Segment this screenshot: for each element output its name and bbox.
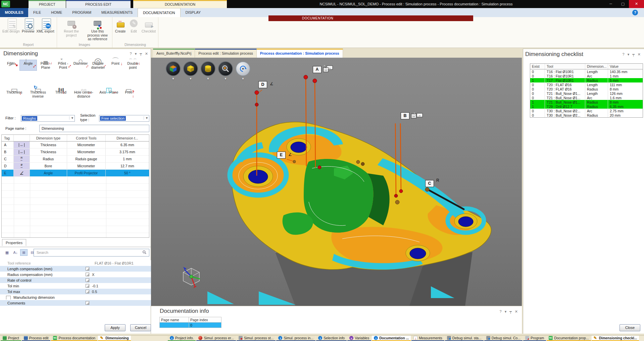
ribbon-tab[interactable]: DISPLAY [181, 8, 206, 17]
maximize-button[interactable]: ▢ [617, 0, 629, 8]
dimension-label-E[interactable]: E [277, 152, 286, 159]
dimension-tool-button[interactable]: Thickness [5, 89, 24, 100]
dimension-tool-button[interactable]: Point [107, 60, 124, 71]
chevron-down-icon[interactable]: ▼ [166, 77, 181, 80]
categorize-icon[interactable]: ▦ [3, 249, 11, 256]
taskbar-item[interactable]: Debug simul. Co... [484, 336, 523, 341]
close-button[interactable]: ✕ [629, 0, 644, 8]
search-input[interactable]: Search [34, 249, 149, 257]
taskbar-item[interactable]: Measurements [411, 336, 444, 341]
ribbon-button[interactable]: Create [114, 18, 127, 42]
dimension-tool-button[interactable]: Double diameter [89, 60, 107, 71]
ribbon-tab[interactable]: DOCUMENTATION [138, 8, 181, 17]
taskbar-item[interactable]: Process edit [22, 336, 51, 341]
close-panel-button[interactable]: Close [620, 324, 640, 331]
tab-properties[interactable]: Properties [2, 239, 26, 246]
checklist-row[interactable]: 0 T20 : FLAT Ø16 Length 111 mm [530, 82, 643, 87]
ribbon-tab[interactable]: FILE [28, 8, 46, 17]
help-icon[interactable]: ? [632, 10, 638, 15]
ribbon-button[interactable]: Use this process view as reference [85, 18, 111, 42]
zoom-button[interactable] [218, 61, 233, 76]
checklist-row[interactable]: 0 T30 : Bull_Nose Ø2... Arc 2.75 mm [530, 109, 643, 113]
dimension-tool-button[interactable]: Free [120, 89, 137, 100]
filter-dropdown[interactable]: Roughs ▼ [21, 115, 75, 122]
checklist-row[interactable]: 0 T16 : Flat Ø10R1 Arc 1 mm [530, 74, 643, 78]
checklist-row[interactable]: 1 T17 : Flat Ø10R1 Radius 5 mm [530, 78, 643, 82]
dimension-table-row[interactable]: A ↔ Thickness Micrometer 6.35 mm [2, 141, 149, 149]
ribbon-button[interactable]: Reset the project [58, 18, 85, 42]
taskbar-item[interactable]: Process documentation [51, 336, 97, 341]
dimension-table-row[interactable]: D Bore Micrometer 12.7 mm [2, 163, 149, 170]
ribbon-button[interactable]: Edit design [1, 18, 21, 42]
checklist-row[interactable]: 1 T29 : Drill Ø12.7 Radius 6.35 mm [530, 104, 643, 109]
dimension-tool-button[interactable]: Axis - Plane [98, 89, 120, 100]
property-row[interactable]: Manufacturing dimension [0, 294, 151, 300]
taskbar-item[interactable]: Documentation prop... [547, 336, 591, 341]
page-name-input[interactable]: Dimensioning [39, 125, 149, 132]
property-row[interactable]: Tol max 0.5 [0, 289, 151, 294]
taskbar-item[interactable]: Selection info [316, 336, 347, 341]
ribbon-tab[interactable]: HOME [46, 8, 67, 17]
mode-tab-documentation[interactable]: DOCUMENTATION [133, 0, 227, 8]
dimension-tool-button[interactable]: Diameter [72, 60, 89, 71]
property-row[interactable]: Radius compensation (mm) X [0, 272, 151, 277]
checklist-row[interactable]: 0 T20 : FLAT Ø16 Radius 8 mm [530, 87, 643, 91]
property-row[interactable]: Comments [0, 300, 151, 306]
mode-tab-project[interactable]: PROJECT [29, 0, 66, 8]
property-row[interactable]: Length compensation (mm) [0, 266, 151, 272]
dimension-tool-button[interactable]: Hole centre-distance [69, 89, 98, 100]
property-row[interactable]: Tol min -0.1 [0, 283, 151, 289]
page-name-cell[interactable] [159, 323, 189, 328]
document-tab[interactable]: Process documentation : Simulation proce… [257, 49, 343, 58]
checklist-row[interactable]: 0 T30 : Bull_Nose Ø2... Radius 20 mm [530, 113, 643, 117]
taskbar-item[interactable]: Debug simul. sta... [445, 336, 484, 341]
view-orientation-button[interactable] [166, 61, 181, 76]
panel-pin-icon[interactable]: ┯ [140, 52, 142, 56]
panel-pin-icon[interactable]: ┯ [632, 52, 635, 57]
checklist-row[interactable]: 0 T21 : Bull_Nose Ø1... Arc 1.6 mm [530, 96, 643, 100]
panel-help-icon[interactable]: ? [623, 52, 625, 57]
ribbon-button[interactable]: Edit [127, 18, 141, 42]
taskbar-item[interactable]: Simul. process st... [237, 336, 276, 341]
dimension-tool-button[interactable]: Angle [19, 60, 37, 71]
ribbon-button[interactable]: Checklist [141, 18, 157, 42]
taskbar-item[interactable]: Project info. [168, 336, 196, 341]
panel-help-icon[interactable]: ? [130, 52, 132, 56]
taskbar-item[interactable]: Simul. process er... [196, 336, 236, 341]
dimension-label-B[interactable]: B [401, 112, 409, 119]
panel-pin-icon[interactable]: ┯ [509, 309, 512, 314]
rotate-view-button[interactable] [236, 61, 250, 76]
3d-viewport[interactable]: ↔ ↔ [151, 58, 522, 306]
chevron-down-icon[interactable]: ▼ [218, 77, 233, 80]
panel-close-icon[interactable]: ✕ [638, 52, 641, 57]
panel-help-icon[interactable]: ? [500, 309, 502, 314]
dimension-label-A[interactable]: A [313, 66, 321, 73]
taskbar-item[interactable]: Project [1, 336, 21, 341]
ribbon-tab[interactable]: MEASUREMENTS [96, 8, 138, 17]
panel-menu-icon[interactable]: ▾ [135, 52, 137, 56]
panel-menu-icon[interactable]: ▾ [628, 52, 630, 57]
dimension-tool-button[interactable]: Point - Point [54, 60, 72, 71]
dimension-tool-button[interactable]: Thickness inverse [24, 89, 52, 100]
dimension-label-D[interactable]: D [258, 81, 267, 88]
property-row[interactable]: Rate of control [0, 277, 151, 283]
apply-button[interactable]: Apply [105, 324, 126, 331]
taskbar-item[interactable]: Dimensioning [98, 336, 131, 341]
document-tab[interactable]: Aero_Buterffly.NcsPrj [153, 49, 195, 58]
checklist-row[interactable]: 0 T21 : Bull_Nose Ø1... Length 126 mm [530, 91, 643, 96]
taskbar-item[interactable]: Program [523, 336, 546, 341]
solid-view-button[interactable] [183, 61, 198, 76]
dimension-tool-button[interactable]: Fillet [2, 60, 19, 71]
checklist-row[interactable]: 0 T16 : Flat Ø10R1 Length 140.35 mm [530, 69, 643, 74]
taskbar-item[interactable]: Simul. process in... [276, 336, 315, 341]
sort-az-icon[interactable]: A↓ [12, 249, 19, 256]
ribbon-button[interactable]: Preview [21, 18, 35, 42]
taskbar-item[interactable]: Documentation ... [372, 336, 411, 341]
taskbar-item[interactable]: Dimensioning checkl... [592, 336, 639, 341]
stock-view-button[interactable] [201, 61, 215, 76]
chevron-down-icon[interactable]: ▼ [236, 77, 250, 80]
selection-type-dropdown[interactable]: Free selection ▼ [99, 115, 149, 122]
ribbon-tab[interactable]: MODULES [0, 8, 28, 17]
page-index-cell[interactable]: 0 [189, 323, 221, 328]
ribbon-button[interactable]: XML export [35, 18, 55, 42]
